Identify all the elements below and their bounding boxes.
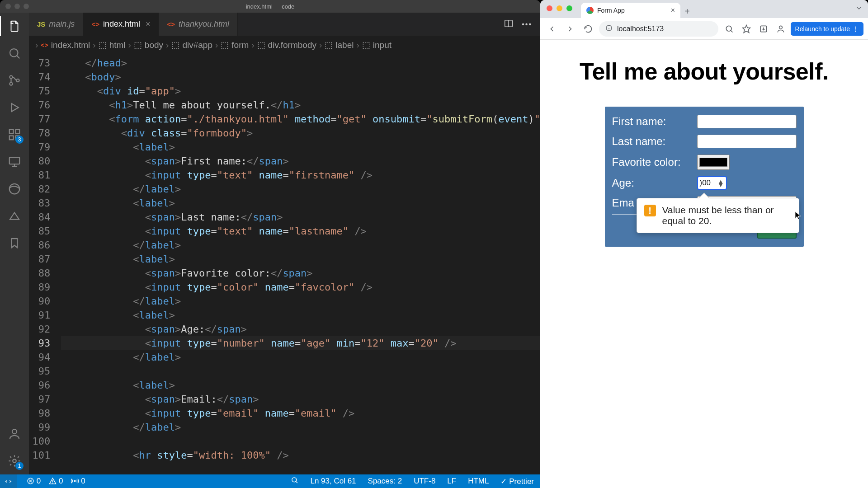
- minimize-icon[interactable]: [557, 5, 562, 11]
- run-debug-icon[interactable]: [7, 100, 22, 115]
- html-file-icon: <>: [91, 20, 99, 28]
- tab-thankyou-html[interactable]: <> thankyou.html: [159, 13, 238, 36]
- window-controls[interactable]: [5, 4, 29, 9]
- encoding[interactable]: UTF-8: [414, 477, 435, 486]
- symbol-icon: ⬚: [257, 40, 265, 50]
- explorer-icon[interactable]: [7, 19, 22, 33]
- js-file-icon: JS: [37, 20, 45, 28]
- site-info-icon[interactable]: [605, 24, 613, 33]
- bookmarks-icon[interactable]: [7, 236, 22, 250]
- favcolor-input[interactable]: [697, 155, 730, 170]
- close-icon[interactable]: [547, 5, 552, 11]
- address-bar[interactable]: localhost:5173: [599, 21, 718, 37]
- chevron-icon: ›: [319, 40, 322, 50]
- code-editor[interactable]: 7374757677787980818283848586878889909192…: [29, 54, 540, 474]
- cursor-position[interactable]: Ln 93, Col 61: [310, 477, 356, 486]
- close-tab-icon[interactable]: ×: [671, 6, 675, 14]
- svg-rect-6: [9, 130, 14, 134]
- remote-indicator[interactable]: [0, 474, 17, 488]
- line-gutter: 7374757677787980818283848586878889909192…: [29, 54, 61, 474]
- svg-point-15: [13, 459, 16, 463]
- back-button[interactable]: [545, 22, 559, 36]
- close-tab-icon[interactable]: ×: [146, 19, 151, 29]
- svg-line-25: [296, 481, 298, 483]
- extensions-icon[interactable]: 3: [7, 127, 22, 142]
- zoom-indicator-icon[interactable]: [722, 22, 736, 36]
- breadcrumb-item[interactable]: input: [373, 40, 392, 50]
- ports-status[interactable]: 0: [71, 477, 85, 486]
- svg-line-1: [17, 56, 19, 58]
- indentation[interactable]: Spaces: 2: [368, 477, 402, 486]
- chevron-icon: ›: [128, 40, 131, 50]
- new-tab-button[interactable]: +: [680, 5, 694, 18]
- url-text: localhost:5173: [617, 25, 664, 33]
- tab-index-html[interactable]: <> index.html ×: [83, 13, 159, 36]
- chevron-icon: ›: [251, 40, 254, 50]
- window-title: index.html — code: [246, 3, 295, 10]
- formatter[interactable]: ✓ Prettier: [500, 477, 534, 486]
- tab-main-js[interactable]: JS main.js: [29, 13, 83, 36]
- chevron-icon: ›: [215, 40, 218, 50]
- feedback-icon[interactable]: [291, 476, 298, 486]
- tab-label: index.html: [103, 19, 140, 29]
- breadcrumb[interactable]: › <> index.html › ⬚ html › ⬚ body › ⬚ di…: [29, 36, 540, 54]
- lastname-input[interactable]: [697, 135, 797, 148]
- number-stepper-icon[interactable]: ▲▼: [717, 180, 724, 186]
- profile-icon[interactable]: [774, 22, 788, 36]
- breadcrumb-item[interactable]: label: [335, 40, 354, 50]
- edge-tools-icon[interactable]: [7, 182, 22, 196]
- breadcrumb-item[interactable]: div.formbody: [268, 40, 316, 50]
- bookmark-star-icon[interactable]: [739, 22, 754, 36]
- minimize-dot[interactable]: [14, 4, 20, 9]
- chrome-toolbar: localhost:5173 Relaunch to update ⋮: [540, 18, 868, 40]
- relaunch-button[interactable]: Relaunch to update ⋮: [791, 22, 863, 36]
- eol[interactable]: LF: [447, 477, 456, 486]
- html-file-icon: <>: [41, 42, 48, 49]
- symbol-icon: ⬚: [325, 40, 333, 50]
- page-heading: Tell me about yourself.: [580, 58, 829, 85]
- breadcrumb-item[interactable]: html: [109, 40, 126, 50]
- breadcrumb-item[interactable]: form: [231, 40, 249, 50]
- tab-title: Form App: [597, 7, 625, 14]
- chrome-window: Form App × + localhost:5173: [540, 0, 868, 488]
- split-editor-icon[interactable]: [504, 19, 514, 30]
- html-file-icon: <>: [167, 20, 175, 28]
- settings-gear-icon[interactable]: 1: [7, 454, 22, 468]
- activity-bar: 3 1: [0, 13, 29, 474]
- zoom-icon[interactable]: [566, 5, 572, 11]
- svg-point-3: [9, 82, 12, 85]
- remote-explorer-icon[interactable]: [7, 155, 22, 169]
- age-value: )00: [700, 178, 711, 188]
- expand-tabs-icon[interactable]: [855, 5, 863, 14]
- extra-panel-icon[interactable]: [7, 209, 22, 223]
- reload-button[interactable]: [581, 22, 595, 36]
- svg-point-34: [779, 26, 782, 29]
- source-control-icon[interactable]: [7, 73, 22, 88]
- forward-button[interactable]: [563, 22, 577, 36]
- tab-label: thankyou.html: [179, 19, 229, 29]
- accounts-icon[interactable]: [7, 427, 22, 441]
- firstname-input[interactable]: [697, 115, 797, 128]
- install-app-icon[interactable]: [756, 22, 771, 36]
- errors-status[interactable]: 0: [27, 477, 41, 486]
- browser-tab[interactable]: Form App ×: [581, 3, 680, 18]
- language-mode[interactable]: HTML: [468, 477, 489, 486]
- extensions-badge: 3: [15, 136, 24, 144]
- validation-tooltip: ! Value must be less than or equal to 20…: [637, 198, 799, 233]
- age-input[interactable]: )00 ▲▼: [697, 176, 727, 190]
- breadcrumb-item[interactable]: body: [145, 40, 163, 50]
- code-content[interactable]: </head> <body> <div id="app"> <h1>Tell m…: [61, 54, 540, 474]
- chevron-icon: ›: [356, 40, 359, 50]
- more-actions-icon[interactable]: •••: [522, 20, 532, 28]
- svg-point-22: [52, 483, 53, 483]
- breadcrumb-item[interactable]: div#app: [182, 40, 212, 50]
- warnings-status[interactable]: 0: [49, 477, 63, 486]
- vscode-titlebar[interactable]: index.html — code: [0, 0, 540, 13]
- vscode-window: index.html — code 3: [0, 0, 540, 488]
- zoom-dot[interactable]: [24, 4, 29, 9]
- window-controls[interactable]: [547, 5, 572, 11]
- close-dot[interactable]: [5, 4, 11, 9]
- breadcrumb-item[interactable]: index.html: [51, 40, 90, 50]
- symbol-icon: ⬚: [221, 40, 229, 50]
- search-icon[interactable]: [7, 46, 22, 61]
